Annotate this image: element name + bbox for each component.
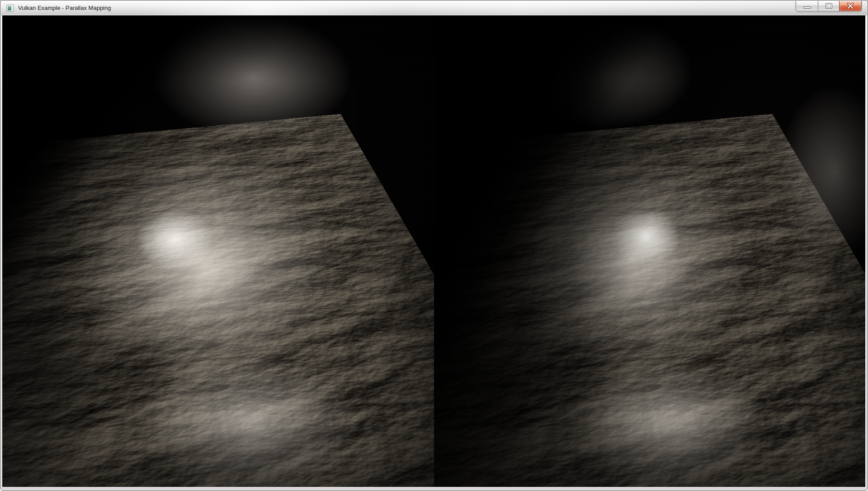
upper-light bbox=[520, 15, 693, 129]
rock-plane bbox=[2, 114, 434, 487]
title-bar[interactable]: Vulkan Example - Parallax Mapping bbox=[1, 1, 867, 15]
maximize-square-icon bbox=[826, 3, 832, 9]
render-viewport[interactable] bbox=[2, 15, 865, 487]
rock-plane bbox=[434, 114, 866, 487]
application-window: Vulkan Example - Parallax Mapping bbox=[0, 0, 868, 491]
rock-texture bbox=[434, 114, 866, 487]
close-x-icon bbox=[847, 3, 854, 9]
close-button[interactable] bbox=[839, 1, 862, 11]
application-window-icon bbox=[6, 5, 14, 12]
app-icon-pane bbox=[8, 6, 11, 10]
window-controls bbox=[796, 1, 862, 11]
rock-texture bbox=[2, 114, 434, 487]
window-title: Vulkan Example - Parallax Mapping bbox=[18, 1, 111, 15]
parallax-render-left bbox=[2, 15, 434, 487]
maximize-button[interactable] bbox=[818, 1, 840, 11]
app-icon-list bbox=[11, 6, 13, 10]
minimize-button[interactable] bbox=[796, 1, 818, 11]
minimize-dash-icon bbox=[803, 6, 811, 9]
parallax-render-right bbox=[434, 15, 866, 487]
